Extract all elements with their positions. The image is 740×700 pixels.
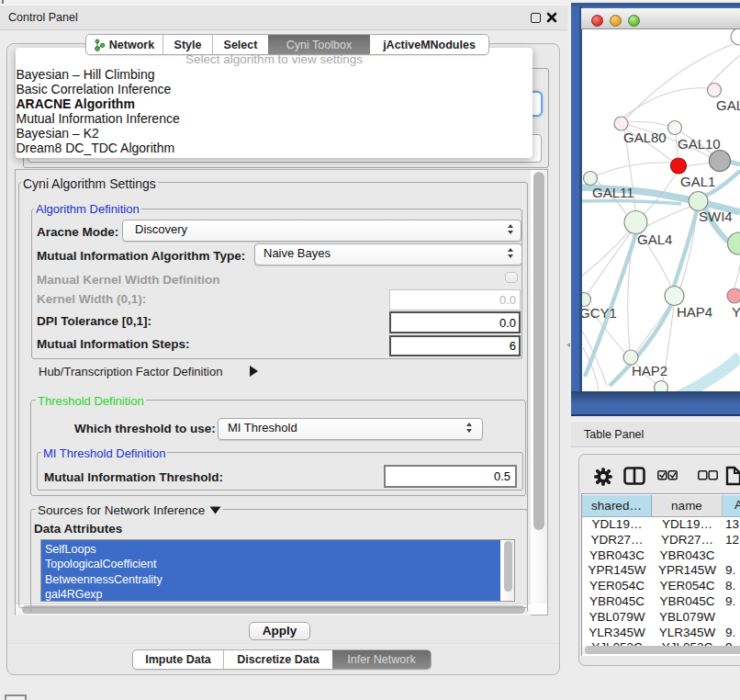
svg-text:HAP2: HAP2 [632,363,667,378]
svg-text:SWI4: SWI4 [699,209,733,224]
svg-text:HAP4: HAP4 [677,304,712,320]
svg-text:GAL80: GAL80 [623,130,667,145]
svg-text:GAL1: GAL1 [680,174,715,189]
svg-text:GAL4: GAL4 [637,231,672,247]
svg-text:GCY1: GCY1 [582,305,617,321]
svg-text:GAL2: GAL2 [716,97,740,113]
svg-text:GAL10: GAL10 [678,136,721,152]
svg-text:Y: Y [732,304,740,320]
svg-text:GAL11: GAL11 [592,185,634,200]
